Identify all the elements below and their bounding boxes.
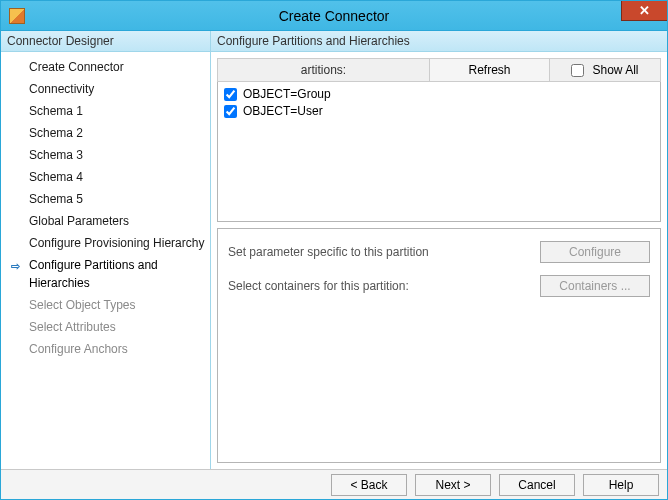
sidebar: Connector Designer Create ConnectorConne…	[1, 31, 211, 469]
refresh-button[interactable]: Refresh	[430, 59, 550, 81]
nav-item-label: Configure Anchors	[29, 342, 128, 356]
sidebar-header: Connector Designer	[1, 31, 210, 52]
partitions-toolbar: artitions: Refresh Show All	[217, 58, 661, 82]
nav-item-schema-1[interactable]: Schema 1	[1, 100, 210, 122]
nav-item-select-attributes: Select Attributes	[1, 316, 210, 338]
configure-button[interactable]: Configure	[540, 241, 650, 263]
show-all-checkbox[interactable]	[571, 64, 584, 77]
nav-item-label: Schema 1	[29, 104, 83, 118]
nav-item-schema-4[interactable]: Schema 4	[1, 166, 210, 188]
wizard-footer: < Back Next > Cancel Help	[1, 469, 667, 499]
nav-item-select-object-types: Select Object Types	[1, 294, 210, 316]
nav-item-label: Select Attributes	[29, 320, 116, 334]
content-header: Configure Partitions and Hierarchies	[211, 31, 667, 52]
nav-item-create-connector[interactable]: Create Connector	[1, 56, 210, 78]
next-button[interactable]: Next >	[415, 474, 491, 496]
close-button[interactable]: ✕	[621, 1, 667, 21]
nav-item-label: Global Parameters	[29, 214, 129, 228]
partition-label: OBJECT=User	[243, 103, 323, 120]
nav-item-configure-provisioning-hierarchy[interactable]: Configure Provisioning Hierarchy	[1, 232, 210, 254]
containers-button[interactable]: Containers ...	[540, 275, 650, 297]
partition-item[interactable]: OBJECT=Group	[224, 86, 654, 103]
nav-item-schema-3[interactable]: Schema 3	[1, 144, 210, 166]
nav-item-label: Schema 3	[29, 148, 83, 162]
param-specific-label: Set parameter specific to this partition	[228, 245, 429, 259]
show-all-label: Show All	[592, 63, 638, 77]
nav-item-label: Configure Provisioning Hierarchy	[29, 236, 204, 250]
cancel-button[interactable]: Cancel	[499, 474, 575, 496]
nav-item-global-parameters[interactable]: Global Parameters	[1, 210, 210, 232]
nav-item-schema-2[interactable]: Schema 2	[1, 122, 210, 144]
titlebar: Create Connector ✕	[1, 1, 667, 31]
current-step-arrow-icon: ⇨	[11, 257, 20, 275]
nav-item-label: Configure Partitions and Hierarchies	[29, 258, 158, 290]
content-pane: Configure Partitions and Hierarchies art…	[211, 31, 667, 469]
back-button[interactable]: < Back	[331, 474, 407, 496]
nav-item-connectivity[interactable]: Connectivity	[1, 78, 210, 100]
nav-item-label: Schema 4	[29, 170, 83, 184]
partitions-label: artitions:	[218, 59, 430, 81]
partitions-listbox[interactable]: OBJECT=GroupOBJECT=User	[217, 82, 661, 222]
nav-item-schema-5[interactable]: Schema 5	[1, 188, 210, 210]
select-containers-label: Select containers for this partition:	[228, 279, 409, 293]
partition-item[interactable]: OBJECT=User	[224, 103, 654, 120]
nav-list: Create ConnectorConnectivitySchema 1Sche…	[1, 52, 210, 360]
partition-label: OBJECT=Group	[243, 86, 331, 103]
nav-item-configure-anchors: Configure Anchors	[1, 338, 210, 360]
nav-item-label: Select Object Types	[29, 298, 136, 312]
nav-item-configure-partitions-and-hierarchies[interactable]: ⇨Configure Partitions and Hierarchies	[1, 254, 210, 294]
partition-details-pane: Set parameter specific to this partition…	[217, 228, 661, 463]
nav-item-label: Schema 2	[29, 126, 83, 140]
partition-checkbox[interactable]	[224, 88, 237, 101]
window-title: Create Connector	[1, 8, 667, 24]
partition-checkbox[interactable]	[224, 105, 237, 118]
nav-item-label: Schema 5	[29, 192, 83, 206]
app-icon	[9, 8, 25, 24]
nav-item-label: Create Connector	[29, 60, 124, 74]
nav-item-label: Connectivity	[29, 82, 94, 96]
help-button[interactable]: Help	[583, 474, 659, 496]
close-icon: ✕	[639, 3, 650, 18]
